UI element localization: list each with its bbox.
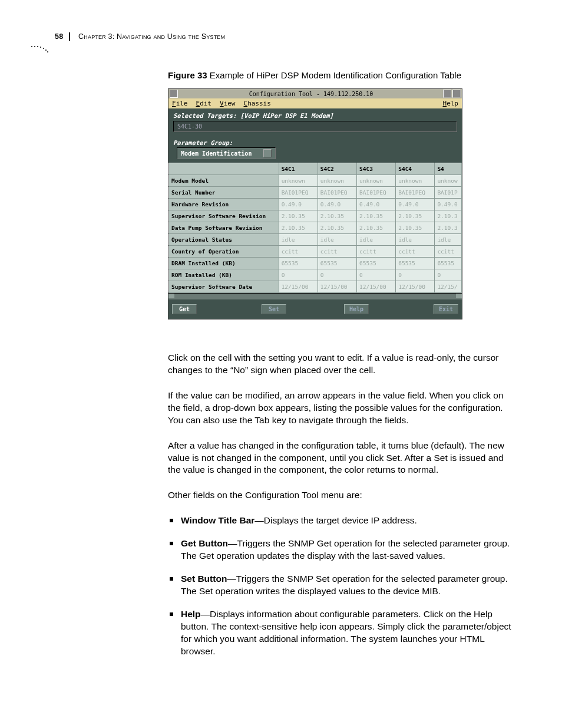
table-cell[interactable]: 65535 [318,258,356,269]
table-cell[interactable]: 2.10.3 [435,222,462,234]
table-cell[interactable]: 65535 [279,258,318,269]
bullet-term: Window Title Bar [181,515,254,525]
table-cell[interactable]: 0 [279,269,318,281]
row-label: Country of Operation [169,246,279,258]
table-cell[interactable]: idle [279,234,318,246]
table-cell[interactable]: 0 [435,269,462,281]
table-cell[interactable]: unknown [357,175,396,187]
table-cell[interactable]: 0 [357,269,396,281]
menu-help[interactable]: Help [443,100,459,107]
table-cell[interactable]: 2.10.35 [357,210,396,222]
table-cell[interactable]: 65535 [357,258,396,269]
config-tool-window: Configuration Tool - 149.112.250.10 File… [168,88,462,319]
table-cell[interactable]: 2.10.3 [435,210,462,222]
table-cell[interactable]: ccitt [279,246,318,258]
table-cell[interactable]: 0.49.0 [279,199,318,210]
col-header: S4C4 [396,163,435,175]
table-cell[interactable]: idle [318,234,356,246]
table-cell[interactable]: ccitt [435,246,462,258]
table-cell[interactable]: 0 [396,269,435,281]
col-header: S4C3 [357,163,396,175]
table-cell[interactable]: 12/15/00 [318,281,356,293]
svg-point-1 [34,46,35,47]
table-cell[interactable]: 2.10.35 [396,210,435,222]
table-row: Hardware Revision0.49.00.49.00.49.00.49.… [169,199,462,210]
row-label: Operational Status [169,234,279,246]
table-cell[interactable]: unknow [435,175,462,187]
table-cell[interactable]: 0.49.0 [435,199,462,210]
selected-target-field[interactable]: S4C1-30 [173,121,457,132]
paragraph: Click on the cell with the setting you w… [168,352,518,377]
config-table: S4C1 S4C2 S4C3 S4C4 S4 Modem Modelunknow… [168,163,462,293]
table-cell[interactable]: unknown [279,175,318,187]
table-row: Data Pump Software Revision2.10.352.10.3… [169,222,462,234]
table-cell[interactable]: BAI01PEQ [357,187,396,199]
menu-edit[interactable]: Edit [196,100,212,107]
table-cell[interactable]: 12/15/00 [279,281,318,293]
menu-view[interactable]: View [220,100,236,107]
table-cell[interactable]: idle [396,234,435,246]
table-row: DRAM Installed (KB)655356553565535655356… [169,258,462,269]
bullet-term: Help [181,609,201,619]
table-cell[interactable]: BAI01PEQ [318,187,356,199]
svg-point-3 [40,47,41,48]
table-cell[interactable]: idle [357,234,396,246]
table-cell[interactable]: 65535 [435,258,462,269]
parameter-group-dropdown[interactable]: Modem Identification [177,147,276,159]
table-cell[interactable]: BAI01PEQ [279,187,318,199]
table-corner [169,163,279,175]
table-row: Serial NumberBAI01PEQBAI01PEQBAI01PEQBAI… [169,187,462,199]
list-item: Get Button—Triggers the SNMP Get operati… [168,538,518,562]
set-button[interactable]: Set [262,304,286,314]
table-cell[interactable]: 65535 [396,258,435,269]
chapter-title: Chapter 3: Navigating and Using the Syst… [72,32,225,41]
row-label: Supervisor Software Date [169,281,279,293]
system-menu-icon[interactable] [170,90,178,98]
table-cell[interactable]: 2.10.35 [318,222,356,234]
table-cell[interactable]: BAI01PEQ [396,187,435,199]
get-button[interactable]: Get [172,304,197,314]
selected-targets-label: Selected Targets: [VoIP HiPer DSP E1 Mod… [168,108,462,119]
chevron-down-icon[interactable] [263,149,272,157]
table-row: Supervisor Software Date12/15/0012/15/00… [169,281,462,293]
help-button[interactable]: Help [344,304,369,314]
button-row: Get Set Help Exit [168,299,462,319]
horizontal-scrollbar[interactable] [168,293,462,299]
bullet-term: Get Button [181,538,228,548]
table-cell[interactable]: 2.10.35 [357,222,396,234]
table-cell[interactable]: 0.49.0 [357,199,396,210]
table-cell[interactable]: unknown [318,175,356,187]
table-cell[interactable]: BAI01P [435,187,462,199]
menu-file[interactable]: File [172,100,188,107]
bullet-term: Set Button [181,574,227,584]
table-cell[interactable]: ccitt [318,246,356,258]
paragraph: After a value has changed in the configu… [168,440,518,477]
table-cell[interactable]: 2.10.35 [318,210,356,222]
table-cell[interactable]: 2.10.35 [279,222,318,234]
parameter-group-value: Modem Identification [181,150,252,157]
table-cell[interactable]: ccitt [357,246,396,258]
paragraph: If the value can be modified, an arrow a… [168,390,518,427]
table-cell[interactable]: unknown [396,175,435,187]
table-cell[interactable]: 2.10.35 [279,210,318,222]
figure-caption-text: Example of HiPer DSP Modem Identificatio… [207,70,461,80]
table-cell[interactable]: ccitt [396,246,435,258]
table-cell[interactable]: 2.10.35 [396,222,435,234]
table-cell[interactable]: 12/15/ [435,281,462,293]
table-cell[interactable]: 12/15/00 [357,281,396,293]
table-cell[interactable]: idle [435,234,462,246]
table-cell[interactable]: 0.49.0 [318,199,356,210]
menubar: File Edit View Chassis Help [168,98,462,108]
table-cell[interactable]: 0 [318,269,356,281]
table-header-row: S4C1 S4C2 S4C3 S4C4 S4 [169,163,462,175]
svg-point-6 [47,51,48,52]
exit-button[interactable]: Exit [434,304,458,314]
svg-point-4 [43,48,44,49]
decorative-dots [31,44,52,51]
maximize-icon[interactable] [452,90,461,98]
menu-chassis[interactable]: Chassis [244,100,271,107]
table-cell[interactable]: 12/15/00 [396,281,435,293]
minimize-icon[interactable] [443,90,451,98]
table-cell[interactable]: 0.49.0 [396,199,435,210]
list-item: Help—Displays information about configur… [168,608,518,658]
